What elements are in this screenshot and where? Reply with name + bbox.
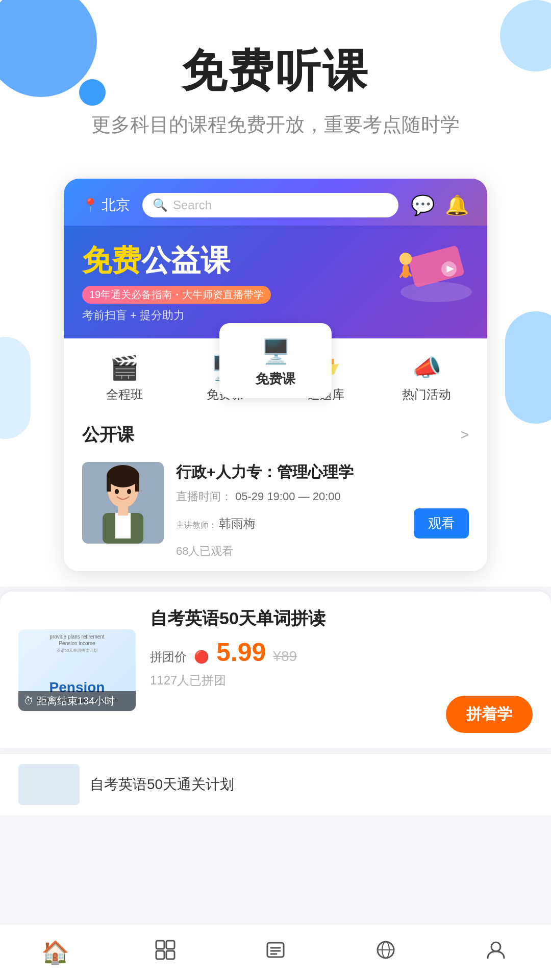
location-label: 北京	[102, 195, 130, 215]
blob-right	[505, 311, 551, 424]
price-original: ¥89	[273, 648, 297, 665]
price-label: 拼团价	[150, 649, 187, 665]
course-info: 行政+人力专：管理心理学 直播时间： 05-29 19:00 — 20:00 主…	[176, 462, 469, 559]
course-card: 行政+人力专：管理心理学 直播时间： 05-29 19:00 — 20:00 主…	[64, 454, 487, 571]
header-icons: 💬 🔔	[411, 194, 469, 216]
svg-rect-14	[115, 513, 131, 538]
course-teacher-row: 主讲教师： 韩雨梅 观看	[176, 508, 469, 538]
app-header: 📍 北京 🔍 Search 💬 🔔	[64, 179, 487, 226]
public-course-header: 公开课 >	[64, 413, 487, 454]
course-title: 行政+人力专：管理心理学	[176, 462, 469, 483]
quanchengban-icon: 🎬	[110, 354, 139, 381]
tab-orders[interactable]	[220, 939, 331, 966]
home-icon: 🏠	[41, 939, 69, 966]
product-info: 自考英语50天单词拼读 拼团价 🔴 5.99 ¥89 1127人已拼团 拼着学	[150, 607, 533, 733]
section-more-btn[interactable]: >	[461, 427, 469, 443]
bell-icon[interactable]: 🔔	[445, 194, 469, 216]
hero-section: 免费听课 更多科目的课程免费开放，重要考点随时学	[0, 0, 551, 158]
svg-point-2	[399, 253, 412, 265]
banner-title-highlight: 免费	[82, 243, 141, 277]
product-card: provide plans retirementPension income英语…	[18, 607, 533, 733]
hotactivities-label: 热门活动	[402, 386, 451, 403]
message-icon[interactable]: 💬	[411, 194, 435, 216]
popup-label: 免费课	[256, 370, 295, 388]
search-placeholder-text: Search	[173, 198, 212, 212]
thumb-footer-text: 距离结束134小时	[37, 694, 115, 708]
teacher-photo	[82, 462, 164, 544]
watch-button[interactable]: 观看	[414, 508, 469, 538]
bottom-nav-bar: 🏠	[0, 924, 551, 980]
discover-icon	[374, 939, 397, 966]
teacher-name: 韩雨梅	[219, 517, 256, 530]
popup-card: 🖥️ 免费课	[219, 323, 332, 398]
teacher-label: 主讲教师：	[176, 521, 217, 529]
price-icon: 🔴	[194, 650, 209, 664]
price-row: 拼团价 🔴 5.99 ¥89	[150, 638, 533, 667]
product-title: 自考英语50天单词拼读	[150, 607, 533, 629]
svg-rect-20	[156, 951, 164, 959]
nav-item-quanchengban[interactable]: 🎬 全程班	[74, 354, 175, 403]
app-card-wrapper: 📍 北京 🔍 Search 💬 🔔	[0, 158, 551, 586]
svg-rect-18	[156, 941, 164, 949]
live-time-value: 05-29 19:00 — 20:00	[235, 490, 341, 503]
svg-rect-11	[107, 476, 111, 492]
product-section: provide plans retirementPension income英语…	[0, 592, 551, 748]
location-icon: 📍	[82, 198, 98, 213]
course-live-time: 直播时间： 05-29 19:00 — 20:00	[176, 489, 469, 504]
price-current: 5.99	[216, 638, 266, 667]
section-more-label: >	[461, 427, 469, 443]
banner-title: 免费公益课	[82, 243, 230, 277]
quanchengban-label: 全程班	[106, 386, 143, 403]
popup-icon: 🖥️	[261, 337, 290, 365]
svg-rect-15	[118, 505, 128, 516]
blob-left	[0, 337, 31, 439]
location-tag: 📍 北京	[82, 195, 130, 215]
section-title: 公开课	[82, 423, 134, 447]
svg-rect-22	[267, 943, 284, 957]
tab-courses[interactable]	[110, 939, 220, 966]
next-card-thumbnail	[18, 764, 80, 805]
course-avatar	[82, 462, 164, 544]
banner-illustration	[375, 231, 477, 307]
next-card-hint: 自考英语50天通关计划	[0, 753, 551, 815]
live-label: 直播时间：	[176, 489, 232, 504]
nav-item-hotactivities[interactable]: 📣 热门活动	[377, 354, 478, 403]
svg-rect-1	[408, 245, 465, 288]
thumb-words: provide plans retirementPension income英语…	[20, 633, 134, 653]
svg-rect-19	[166, 941, 174, 949]
orders-icon	[264, 939, 287, 966]
search-bar[interactable]: 🔍 Search	[142, 193, 398, 217]
profile-icon	[485, 939, 507, 966]
banner-tag: 19年通关必备指南・大牛师资直播带学	[82, 286, 271, 304]
buyers-count: 1127人已拼团	[150, 672, 533, 689]
nav-grid-wrapper: 🖥️ 免费课 🎬 全程班 🖥️ 免费课 📂 过题库	[64, 338, 487, 413]
search-icon: 🔍	[153, 198, 168, 212]
viewers-count: 68人已观看	[176, 544, 469, 559]
tab-profile[interactable]	[441, 939, 551, 966]
hero-subtitle: 更多科目的课程免费开放，重要考点随时学	[0, 112, 551, 138]
tab-discover[interactable]	[331, 939, 441, 966]
banner-title-main: 公益课	[141, 243, 230, 277]
banner: 免费公益课 19年通关必备指南・大牛师资直播带学 考前扫盲 + 提分助力	[64, 226, 487, 338]
app-card: 📍 北京 🔍 Search 💬 🔔	[64, 179, 487, 571]
tab-home[interactable]: 🏠	[0, 939, 110, 966]
svg-point-16	[115, 489, 119, 494]
teacher-info: 主讲教师： 韩雨梅	[176, 516, 256, 532]
thumb-footer: ⏱ 距离结束134小时	[18, 691, 136, 711]
svg-point-29	[491, 942, 500, 951]
svg-rect-21	[166, 951, 174, 959]
clock-icon: ⏱	[23, 695, 34, 707]
hotactivities-icon: 📣	[412, 354, 441, 381]
svg-point-0	[400, 282, 472, 302]
banner-desc: 考前扫盲 + 提分助力	[82, 308, 469, 323]
hero-title: 免费听课	[0, 41, 551, 102]
group-buy-button[interactable]: 拼着学	[446, 696, 533, 733]
product-thumbnail: provide plans retirementPension income英语…	[18, 629, 136, 711]
next-card-title: 自考英语50天通关计划	[90, 775, 234, 794]
svg-point-10	[107, 465, 139, 487]
svg-point-17	[127, 489, 131, 494]
courses-icon	[154, 939, 177, 966]
svg-rect-12	[135, 476, 139, 492]
